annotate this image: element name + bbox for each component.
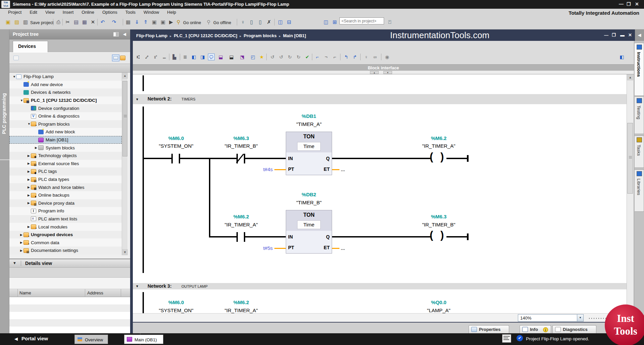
pane-close-icon[interactable]: ✕ xyxy=(628,32,632,38)
branch-close-icon[interactable]: ¬ xyxy=(323,54,329,60)
contact-name[interactable]: "SYSTEM_ON" xyxy=(159,143,193,149)
insert-network-icon[interactable]: ⑆ xyxy=(135,54,142,60)
copy-icon[interactable]: ▤ xyxy=(73,19,79,25)
timer-name[interactable]: "TIMER_A" xyxy=(296,121,322,127)
tree-expand-icon[interactable]: ▶ xyxy=(28,194,31,197)
goto-next-icon[interactable]: ↻ xyxy=(295,54,302,60)
menu-edit[interactable]: Edit xyxy=(25,9,41,16)
ton-timer-block[interactable]: TON Time IN Q PT ET xyxy=(286,132,332,175)
pin-panel-icon[interactable] xyxy=(113,32,119,37)
contact-address[interactable]: %M6.0 xyxy=(168,299,184,305)
download-to-device-icon[interactable]: ⇓ xyxy=(133,19,140,25)
zoom-dropdown-icon[interactable]: ▼ xyxy=(577,315,583,321)
reset-layout-icon[interactable]: ▙ xyxy=(171,54,178,60)
split-editor-v-icon[interactable]: ⊟ xyxy=(286,19,292,25)
insert-kh-icon[interactable]: ⬔ xyxy=(239,54,246,60)
timer-db[interactable]: %DB1 xyxy=(302,113,316,119)
coil-name[interactable]: "IR_TIMER_B" xyxy=(422,222,455,227)
align1-icon[interactable]: ≣ xyxy=(182,54,189,60)
tree-item-device-proxy-data[interactable]: ▶Device proxy data xyxy=(9,199,122,207)
tree-scrollbar[interactable]: ▲ ▼ xyxy=(122,73,127,255)
menu-tools[interactable]: Tools xyxy=(121,9,140,16)
favorites-icon[interactable]: ★ xyxy=(258,54,265,60)
editor-scrollbar[interactable]: ▲ ▼ xyxy=(627,74,633,313)
pin-pt[interactable]: PT xyxy=(288,245,294,250)
tree-expand-icon[interactable]: ▶ xyxy=(28,170,31,173)
scroll-down-icon[interactable]: ▼ xyxy=(122,249,128,255)
contact-name[interactable]: "IR_TIMER_A" xyxy=(224,222,258,227)
insert-fb-icon[interactable]: ⬓ xyxy=(217,54,224,60)
go-online-label[interactable]: Go online xyxy=(183,20,201,25)
pin-q[interactable]: Q xyxy=(326,234,330,239)
tree-item-plc-data-types[interactable]: ▶PLC data types xyxy=(9,176,122,184)
accessible-icon[interactable]: ♀ xyxy=(363,54,370,60)
tree-item-main-ob1[interactable]: Main [OB1] xyxy=(9,136,122,144)
pane-minimize-icon[interactable]: — xyxy=(604,32,608,38)
coil[interactable]: ( xyxy=(430,151,433,163)
menu-project[interactable]: Project xyxy=(4,9,25,16)
go-online-icon[interactable]: ⚲ xyxy=(175,19,182,25)
menu-view[interactable]: View xyxy=(41,9,59,16)
coil-name[interactable]: "LAMP_A" xyxy=(427,307,450,313)
consistency-check-icon[interactable]: ✔ xyxy=(304,54,311,60)
go-offline-icon[interactable]: ⚲ xyxy=(205,19,212,25)
delete-icon[interactable]: ✕ xyxy=(90,19,96,25)
tab-devices[interactable]: Devices xyxy=(13,41,48,52)
align3-icon[interactable]: ◨ xyxy=(199,54,206,60)
ladder-editor-canvas[interactable]: ▼ Network 2: TIMERS %M6.0 "SYSTEM_ON" %M… xyxy=(133,74,627,313)
tab-main-ob1[interactable]: Main (OB1) xyxy=(124,335,163,344)
collapse-right-panel-icon[interactable]: ◀ xyxy=(635,29,644,41)
tree-expand-icon[interactable]: ▶ xyxy=(28,178,31,181)
cross-reference-icon[interactable]: ✗ xyxy=(266,19,272,25)
tree-item-watch-and-force-tables[interactable]: ▶Watch and force tables xyxy=(9,183,122,191)
nav-back-icon[interactable]: ↰ xyxy=(343,54,350,60)
branch-up-icon[interactable]: ⌐ xyxy=(331,54,338,60)
menu-window[interactable]: Window xyxy=(140,9,163,16)
portal-view-arrow-icon[interactable]: ◀ xyxy=(14,336,18,341)
minimize-button[interactable]: — xyxy=(619,1,624,7)
delete-network-icon[interactable]: ⑇ xyxy=(144,54,150,60)
contact-address[interactable]: %M6.2 xyxy=(233,299,249,305)
timer-datatype[interactable]: Time xyxy=(297,142,321,151)
ton-timer-block[interactable]: TON Time IN Q PT ET xyxy=(286,210,332,254)
stop-runtime-icon[interactable]: ▯ xyxy=(257,19,264,25)
contact-name[interactable]: "SYSTEM_ON" xyxy=(159,307,193,313)
no-contact[interactable] xyxy=(236,232,238,242)
collapse-panel-icon[interactable]: ◀ xyxy=(123,32,126,37)
network3-collapse-icon[interactable]: ▼ xyxy=(136,284,139,288)
print-icon[interactable]: ⎙ xyxy=(55,19,62,25)
contact-name[interactable]: "IR_TIMER_B" xyxy=(224,143,258,149)
align2-icon[interactable]: ◧ xyxy=(191,54,197,60)
editor-settings-icon[interactable]: ◧ xyxy=(619,54,625,60)
contact-address[interactable]: %M6.3 xyxy=(233,135,249,141)
tab-testing[interactable]: Testing xyxy=(635,96,644,134)
contact-address[interactable]: %M6.0 xyxy=(168,135,184,141)
contact-address[interactable]: %M6.2 xyxy=(233,214,249,219)
start-simulation-icon[interactable]: ▯ xyxy=(248,19,255,25)
editor-scrollbar-thumb[interactable] xyxy=(627,123,633,194)
pin-et[interactable]: ET xyxy=(324,245,330,250)
tree-expand-icon[interactable]: ▶ xyxy=(28,225,31,228)
insert-fc-icon[interactable]: ⬓ xyxy=(228,54,235,60)
breadcrumb-item[interactable]: Flip-Flop Lamp xyxy=(136,33,167,38)
tree-item-plc-tags[interactable]: ▶PLC tags xyxy=(9,167,122,176)
tree-item-devices-networks[interactable]: Devices & networks xyxy=(9,88,122,96)
compile-icon[interactable]: ▦ xyxy=(125,19,131,25)
details-view-header[interactable]: ▼ Details view xyxy=(9,259,130,268)
new-project-icon[interactable]: ▣ xyxy=(5,19,11,25)
insert-empty-box-icon[interactable]: ◰ xyxy=(250,54,256,60)
window-icon[interactable]: ◫ xyxy=(323,19,329,25)
tab-overview[interactable]: Overview xyxy=(74,335,108,344)
breadcrumb-item[interactable]: Main [OB1] xyxy=(283,33,306,38)
table-view-icon[interactable] xyxy=(112,55,119,61)
paste-icon[interactable]: ▦ xyxy=(81,19,88,25)
pane-restore-icon[interactable]: ❐ xyxy=(612,32,616,38)
tree-item-local-modules[interactable]: ▶Local modules xyxy=(9,223,122,231)
tree-item-flip-flop-lamp[interactable]: ▼Flip-Flop Lamp xyxy=(9,73,122,81)
block-interface-bar[interactable]: Block interface xyxy=(133,64,634,71)
coil-name[interactable]: "IR_TIMER_A" xyxy=(422,143,455,149)
network2-header[interactable]: ▼ Network 2: TIMERS xyxy=(133,94,627,104)
start-cpu-icon[interactable]: ▣ xyxy=(151,19,158,25)
insert-row2-icon[interactable]: ⑉ xyxy=(161,54,168,60)
et-open[interactable]: ... xyxy=(341,245,345,251)
